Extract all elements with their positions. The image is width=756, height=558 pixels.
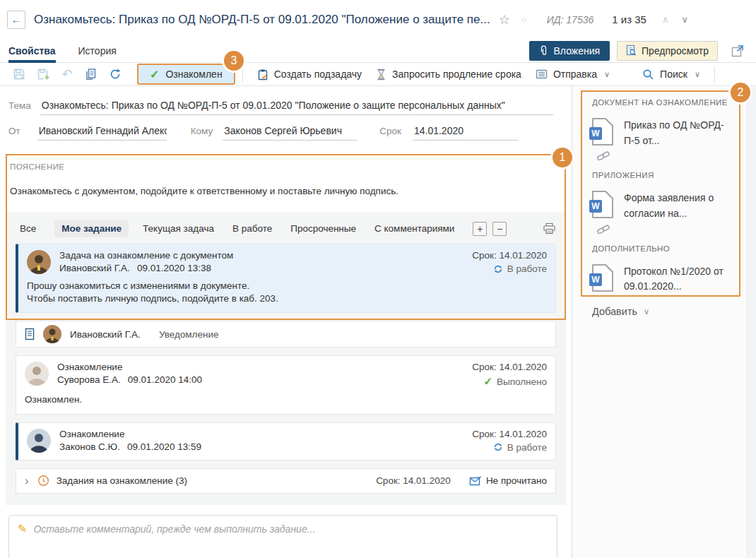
favorite-star-icon[interactable]: ☆	[499, 12, 510, 28]
feed-item-task-completed[interactable]: Ознакомление Суворова Е.А.09.01.2020 14:…	[16, 355, 556, 414]
refresh-icon[interactable]	[103, 64, 127, 84]
attachments-panel: ДОКУМЕНТ НА ОЗНАКОМЛЕНИЕ W Приказ по ОД …	[572, 87, 756, 558]
feed-filter-row: Все Мое задание Текущая задача В работе …	[16, 212, 556, 244]
word-doc-icon: W	[592, 264, 613, 292]
expand-all-button[interactable]: +	[473, 222, 487, 236]
acknowledged-button[interactable]: ✓ Ознакомлен	[137, 64, 235, 85]
feed-item-author: Суворова Е.А.	[57, 374, 121, 385]
create-subtask-button[interactable]: Создать подзадачу	[250, 64, 369, 84]
word-doc-icon: W	[592, 191, 613, 218]
task-card: Тема Ознакомьтесь: Приказ по ОД №ОРД-П-5…	[0, 87, 572, 558]
back-arrow-icon: ←	[11, 13, 22, 25]
explanation-title: ПОЯСНЕНИЕ	[10, 162, 560, 171]
in-progress-sync-icon	[493, 442, 503, 452]
feed-item-author: Законов С.Ю.	[59, 441, 120, 452]
link-chain-icon[interactable]	[596, 151, 742, 161]
feed-item-due: Срок: 14.01.2020	[472, 250, 547, 261]
subject-field[interactable]: Ознакомьтесь: Приказ по ОД №ОРД-П-5 от 0…	[40, 100, 553, 115]
attachment-label: Приказ по ОД №ОРД-П-5 от...	[624, 118, 730, 148]
feed-item-task-highlighted[interactable]: Задача на ознакомление с документом Иван…	[16, 244, 556, 313]
feed-item-status: В работе	[507, 442, 547, 453]
avatar	[25, 362, 49, 386]
comment-section: ✎ Оставьте комментарий, прежде чем выпол…	[6, 505, 566, 558]
feed-item-datetime: 09.01.2020 13:38	[137, 263, 211, 273]
explanation-section: ПОЯСНЕНИЕ Ознакомьтесь с документом, под…	[0, 150, 572, 212]
send-dropdown-icon: ∨	[604, 70, 610, 79]
send-label: Отправка	[553, 69, 597, 80]
send-list-icon	[536, 69, 548, 79]
feed-item-status: В работе	[507, 263, 547, 274]
completed-check-icon: ✓	[483, 375, 492, 388]
add-dropdown-icon: ∨	[644, 307, 649, 316]
to-label: Кому	[191, 126, 213, 141]
attachment-label: Протокол №1/2020 от 09.01.2020...	[624, 264, 730, 295]
feed-item-status: Выполнено	[497, 376, 547, 387]
feed-item-task-inprogress[interactable]: Ознакомление Законов С.Ю.09.01.2020 13:5…	[16, 422, 556, 461]
acknowledged-label: Ознакомлен	[165, 69, 222, 80]
add-attachment-button[interactable]: Добавить ∨	[592, 306, 742, 317]
from-label: От	[8, 126, 20, 141]
preview-button[interactable]: Предпросмотр	[617, 41, 718, 61]
subject-label: Тема	[8, 100, 31, 115]
create-subtask-label: Создать подзадачу	[274, 69, 362, 80]
back-button[interactable]: ←	[7, 11, 25, 29]
clock-icon	[37, 475, 49, 487]
filter-all[interactable]: Все	[20, 223, 36, 234]
explanation-text: Ознакомьтесь с документом, подойдите к о…	[10, 186, 560, 196]
save-and-add-icon[interactable]	[31, 64, 55, 84]
link-chain-icon[interactable]	[596, 225, 742, 235]
feed-item-group[interactable]: › Задания на ознакомление (3) Срок: 14.0…	[16, 468, 556, 494]
avatar	[27, 429, 51, 453]
request-extension-button[interactable]: Запросить продление срока	[369, 64, 528, 84]
feed-item-body-line: Ознакомлен.	[25, 393, 547, 406]
preview-label: Предпросмотр	[642, 45, 709, 57]
toolbar-separator	[714, 66, 715, 82]
feed-item-notification[interactable]: Ивановский Г.А. Уведомление	[16, 321, 556, 348]
comment-placeholder: Оставьте комментарий, прежде чем выполни…	[33, 523, 315, 535]
print-icon[interactable]	[543, 222, 556, 235]
feed-item-title: Ознакомление	[59, 429, 201, 439]
section-title-additional: ДОПОЛНИТЕЛЬНО	[592, 244, 742, 253]
from-field[interactable]: Ивановский Геннадий Алекса	[37, 125, 167, 141]
scrollbar[interactable]	[747, 87, 756, 558]
in-progress-sync-icon	[493, 264, 503, 274]
tab-history[interactable]: История	[78, 39, 117, 63]
tab-properties[interactable]: Свойства	[8, 39, 56, 63]
task-form: Тема Ознакомьтесь: Приказ по ОД №ОРД-П-5…	[0, 87, 572, 141]
page-title: Ознакомьтесь: Приказ по ОД №ОРД-П-5 от 0…	[34, 13, 490, 27]
attachment-label: Форма заявления о согласии на...	[624, 191, 730, 221]
filter-with-comments[interactable]: С комментариями	[374, 223, 454, 234]
attachment-doc-protokol[interactable]: W Протокол №1/2020 от 09.01.2020...	[592, 264, 742, 295]
pager-up-icon[interactable]: ∧	[662, 14, 669, 25]
undo-icon[interactable]: ↶	[55, 64, 79, 84]
comment-input[interactable]: ✎ Оставьте комментарий, прежде чем выпол…	[8, 515, 557, 558]
section-title-appendices: ПРИЛОЖЕНИЯ	[592, 171, 742, 179]
save-icon[interactable]	[7, 64, 31, 84]
task-feed: Все Мое задание Текущая задача В работе …	[6, 212, 566, 505]
pager-down-icon[interactable]: ∨	[681, 14, 688, 25]
attachment-doc-forma[interactable]: W Форма заявления о согласии на...	[592, 191, 742, 221]
due-field[interactable]: 14.01.2020	[413, 125, 519, 141]
attachments-button[interactable]: Вложения	[529, 41, 610, 61]
attachment-doc-prikaz[interactable]: W Приказ по ОД №ОРД-П-5 от...	[592, 118, 742, 148]
feed-item-author: Ивановский Г.А.	[70, 329, 141, 340]
hourglass-icon	[376, 69, 386, 81]
to-field[interactable]: Законов Сергей Юрьевич	[223, 125, 357, 141]
filter-current-task[interactable]: Текущая задача	[143, 223, 214, 234]
search-icon	[642, 69, 654, 81]
collapse-all-button[interactable]: −	[492, 222, 507, 236]
search-menu-button[interactable]: Поиск ∨	[635, 64, 707, 84]
pencil-icon: ✎	[18, 523, 27, 535]
filter-in-progress[interactable]: В работе	[232, 223, 272, 234]
expand-chevron-icon[interactable]: ›	[25, 475, 29, 487]
subtask-clipboard-icon	[257, 69, 268, 81]
open-in-window-icon[interactable]	[731, 44, 745, 58]
filter-overdue[interactable]: Просроченные	[290, 223, 356, 234]
send-menu-button[interactable]: Отправка ∨	[528, 64, 617, 84]
due-label: Срок	[379, 126, 401, 141]
feed-item-due: Срок: 14.01.2020	[472, 429, 547, 439]
status-circle-icon: ○	[521, 14, 527, 25]
filter-my-task[interactable]: Мое задание	[54, 220, 129, 237]
feed-item-due: Срок: 14.01.2020	[376, 475, 451, 486]
copy-icon[interactable]	[79, 64, 103, 84]
